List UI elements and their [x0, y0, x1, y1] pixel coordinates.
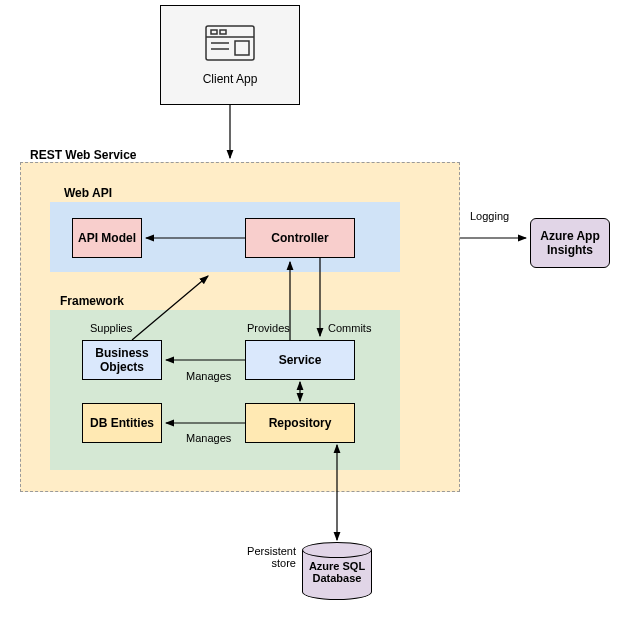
webapi-title: Web API [64, 186, 112, 200]
controller-box: Controller [245, 218, 355, 258]
framework-container [50, 310, 400, 470]
db-entities-label: DB Entities [90, 416, 154, 430]
sql-db-label: Azure SQL Database [302, 560, 372, 584]
manages-service-label: Manages [186, 370, 231, 382]
supplies-label: Supplies [90, 322, 132, 334]
api-model-label: API Model [78, 231, 136, 245]
api-model-box: API Model [72, 218, 142, 258]
logging-label: Logging [470, 210, 509, 222]
persistent-store-label: Persistent store [226, 545, 296, 569]
repository-box: Repository [245, 403, 355, 443]
svg-rect-3 [220, 30, 226, 34]
client-app-box: Client App [160, 5, 300, 105]
svg-rect-4 [235, 41, 249, 55]
service-label: Service [279, 353, 322, 367]
browser-icon [205, 25, 255, 64]
svg-rect-2 [211, 30, 217, 34]
manages-repo-label: Manages [186, 432, 231, 444]
business-objects-label: Business Objects [83, 346, 161, 374]
app-insights-label: Azure App Insights [531, 229, 609, 257]
provides-label: Provides [247, 322, 290, 334]
client-app-label: Client App [203, 72, 258, 86]
controller-label: Controller [271, 231, 328, 245]
azure-app-insights-box: Azure App Insights [530, 218, 610, 268]
rest-title: REST Web Service [30, 148, 137, 162]
business-objects-box: Business Objects [82, 340, 162, 380]
azure-sql-cylinder-top [302, 542, 372, 558]
framework-title: Framework [60, 294, 124, 308]
repository-label: Repository [269, 416, 332, 430]
db-entities-box: DB Entities [82, 403, 162, 443]
commits-label: Commits [328, 322, 371, 334]
service-box: Service [245, 340, 355, 380]
